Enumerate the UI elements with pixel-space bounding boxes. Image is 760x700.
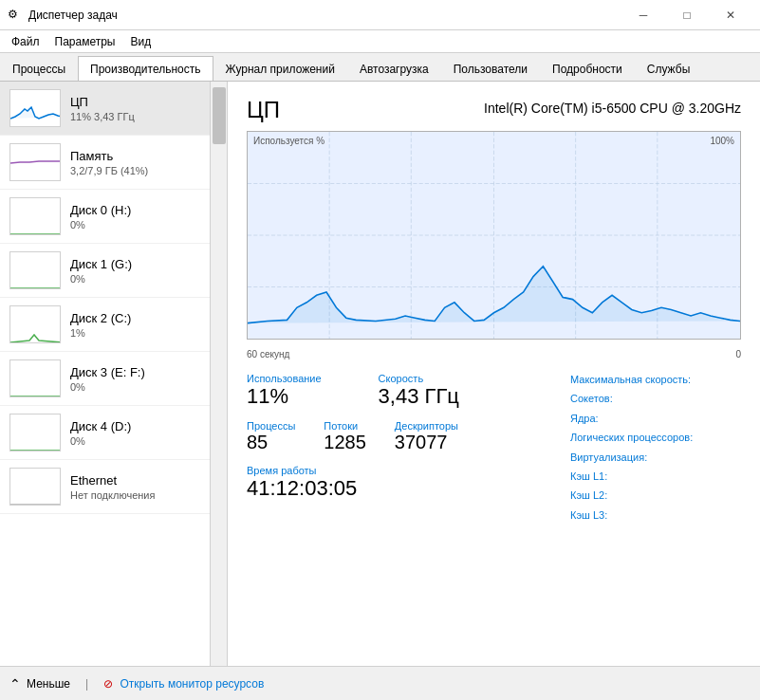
sidebar: ЦП 11% 3,43 ГГц Память 3,2/7,9 ГБ (41%) xyxy=(0,82,228,666)
cpu-panel: ЦП Intel(R) Core(TM) i5-6500 CPU @ 3.20G… xyxy=(228,82,760,666)
tab-performance[interactable]: Производительность xyxy=(78,56,213,81)
sidebar-item-disk4[interactable]: Диск 4 (D:) 0% xyxy=(0,406,210,460)
tab-apphistory[interactable]: Журнал приложений xyxy=(213,56,347,81)
usage-block: Использование 11% xyxy=(247,373,322,409)
disk0-mini-chart xyxy=(9,197,61,235)
processes-value: 85 xyxy=(247,432,295,453)
spec-l1: Кэш L1: xyxy=(570,470,741,484)
disk2-name: Диск 2 (C:) xyxy=(70,311,131,325)
less-label: Меньше xyxy=(27,677,70,691)
cpu-chart-svg xyxy=(248,132,740,339)
chart-bottom-labels: 60 секунд 0 xyxy=(247,349,741,359)
chart-label-left: Используется % xyxy=(253,136,324,146)
spec-l3: Кэш L3: xyxy=(570,508,741,523)
tab-services[interactable]: Службы xyxy=(635,56,702,81)
usage-label: Использование xyxy=(247,373,322,384)
disk3-name: Диск 3 (E: F:) xyxy=(70,365,145,379)
chevron-up-icon: ⌃ xyxy=(9,676,21,691)
monitor-link[interactable]: ⊘ Открыть монитор ресурсов xyxy=(103,677,264,691)
minimize-button[interactable]: ─ xyxy=(621,6,665,25)
cpu-chart: Используется % 100% xyxy=(247,131,741,340)
cpu-title-block: ЦП xyxy=(247,97,280,123)
disk2-info: Диск 2 (C:) 1% xyxy=(70,311,131,339)
sidebar-list: ЦП 11% 3,43 ГГц Память 3,2/7,9 ГБ (41%) xyxy=(0,82,210,666)
disk3-value: 0% xyxy=(70,381,145,393)
handlers-value: 37077 xyxy=(395,432,458,453)
disk4-mini-chart xyxy=(9,414,61,451)
main-content: ЦП 11% 3,43 ГГц Память 3,2/7,9 ГБ (41%) xyxy=(0,82,760,666)
speed-label: Скорость xyxy=(379,373,459,384)
disk1-name: Диск 1 (G:) xyxy=(70,257,132,271)
disk0-value: 0% xyxy=(70,219,131,230)
disk3-info: Диск 3 (E: F:) 0% xyxy=(70,365,145,393)
eth-name: Ethernet xyxy=(70,473,155,488)
spec-sockets: Сокетов: xyxy=(570,392,741,406)
sidebar-item-disk0[interactable]: Диск 0 (H:) 0% xyxy=(0,190,210,244)
menu-view[interactable]: Вид xyxy=(122,33,158,50)
tab-bar: Процессы Производительность Журнал прило… xyxy=(0,53,760,82)
eth-value: Нет подключения xyxy=(70,489,155,501)
menu-params[interactable]: Параметры xyxy=(47,33,123,50)
maximize-button[interactable]: □ xyxy=(665,6,709,25)
menu-file[interactable]: Файл xyxy=(4,33,47,50)
sidebar-item-ethernet[interactable]: Ethernet Нет подключения xyxy=(0,460,210,514)
spec-logical: Логических процессоров: xyxy=(570,431,741,445)
tab-users[interactable]: Пользователи xyxy=(441,56,540,81)
speed-block: Скорость 3,43 ГГц xyxy=(379,373,459,409)
disk4-name: Диск 4 (D:) xyxy=(70,419,131,433)
app-icon: ⚙ xyxy=(8,8,23,23)
spec-maxspeed: Максимальная скорость: xyxy=(570,373,741,387)
title-bar-left: ⚙ Диспетчер задач xyxy=(8,8,118,23)
app-title: Диспетчер задач xyxy=(28,9,118,22)
mem-mini-chart xyxy=(9,143,61,181)
mem-info: Память 3,2/7,9 ГБ (41%) xyxy=(70,149,148,176)
usage-value: 11% xyxy=(247,384,322,409)
disk1-value: 0% xyxy=(70,273,132,285)
speed-value: 3,43 ГГц xyxy=(379,384,459,409)
sidebar-scrollbar[interactable] xyxy=(210,82,227,666)
cpu-header: ЦП Intel(R) Core(TM) i5-6500 CPU @ 3.20G… xyxy=(247,97,741,123)
sidebar-item-memory[interactable]: Память 3,2/7,9 ГБ (41%) xyxy=(0,136,210,190)
chart-bottom-right: 0 xyxy=(735,349,741,359)
less-button[interactable]: ⌃ Меньше xyxy=(9,676,70,691)
disk4-info: Диск 4 (D:) 0% xyxy=(70,419,131,447)
threads-value: 1285 xyxy=(324,432,366,453)
sidebar-item-cpu[interactable]: ЦП 11% 3,43 ГГц xyxy=(0,82,210,136)
handlers-label: Дескрипторы xyxy=(395,420,458,432)
title-bar: ⚙ Диспетчер задач ─ □ ✕ xyxy=(0,0,760,30)
bottom-bar: ⌃ Меньше | ⊘ Открыть монитор ресурсов xyxy=(0,666,760,700)
spec-cores: Ядра: xyxy=(570,412,741,426)
mem-value: 3,2/7,9 ГБ (41%) xyxy=(70,165,148,176)
disk3-mini-chart xyxy=(9,359,61,397)
sidebar-item-disk2[interactable]: Диск 2 (C:) 1% xyxy=(0,298,210,352)
handlers-block: Дескрипторы 37077 xyxy=(395,420,458,453)
sidebar-item-disk1[interactable]: Диск 1 (G:) 0% xyxy=(0,244,210,298)
cpu-mini-chart xyxy=(9,89,61,127)
disk1-mini-chart xyxy=(9,251,61,289)
close-button[interactable]: ✕ xyxy=(709,6,752,25)
cpu-name: ЦП xyxy=(70,95,135,109)
monitor-icon: ⊘ xyxy=(103,677,113,691)
processes-label: Процессы xyxy=(247,420,295,432)
monitor-label: Открыть монитор ресурсов xyxy=(120,677,264,691)
cpu-title: ЦП xyxy=(247,97,280,123)
disk1-info: Диск 1 (G:) 0% xyxy=(70,257,132,285)
processes-block: Процессы 85 xyxy=(247,420,295,453)
tab-details[interactable]: Подробности xyxy=(540,56,635,81)
disk0-info: Диск 0 (H:) 0% xyxy=(70,203,131,230)
disk0-name: Диск 0 (H:) xyxy=(70,203,131,217)
threads-label: Потоки xyxy=(324,420,366,432)
cpu-info: ЦП 11% 3,43 ГГц xyxy=(70,95,135,122)
chart-bottom-left: 60 секунд xyxy=(247,349,289,359)
tab-startup[interactable]: Автозагрузка xyxy=(347,56,441,81)
uptime-label: Время работы xyxy=(247,465,459,476)
chart-label-right: 100% xyxy=(710,136,734,146)
threads-block: Потоки 1285 xyxy=(324,420,366,453)
menu-bar: Файл Параметры Вид xyxy=(0,30,760,53)
spec-l2: Кэш L2: xyxy=(570,488,741,503)
sidebar-item-disk3[interactable]: Диск 3 (E: F:) 0% xyxy=(0,352,210,406)
sidebar-scroll-thumb[interactable] xyxy=(213,87,226,144)
title-bar-controls: ─ □ ✕ xyxy=(621,6,752,25)
tab-processes[interactable]: Процессы xyxy=(0,56,78,81)
cpu-value: 11% 3,43 ГГц xyxy=(70,111,135,122)
